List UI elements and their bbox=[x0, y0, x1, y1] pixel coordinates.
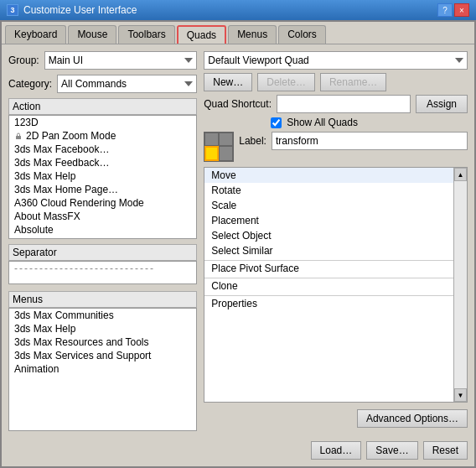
list-item[interactable]: 2D Pan Zoom Mode bbox=[9, 129, 196, 143]
tab-toolbars[interactable]: Toolbars bbox=[118, 25, 174, 44]
tab-menus[interactable]: Menus bbox=[228, 25, 277, 44]
quad-cell-tl bbox=[204, 133, 219, 146]
left-panel: Group: Main UI Category: All Commands Ac… bbox=[8, 51, 197, 431]
label-input[interactable] bbox=[272, 132, 468, 150]
scroll-track bbox=[454, 181, 467, 388]
quad-preview-row: Label: bbox=[204, 132, 468, 164]
delete-button[interactable]: Delete… bbox=[257, 73, 315, 91]
menu-item[interactable]: 3ds Max Services and Support bbox=[9, 349, 196, 362]
label-row: Label: bbox=[239, 132, 468, 150]
show-all-quads-row: Show All Quads bbox=[271, 117, 468, 128]
quad-list-item[interactable]: Select Object bbox=[204, 228, 453, 243]
scroll-up-button[interactable]: ▲ bbox=[454, 168, 467, 181]
tab-keyboard[interactable]: Keyboard bbox=[5, 25, 66, 44]
category-label: Category: bbox=[8, 78, 52, 90]
title-bar: 3 Customize User Interface ? × bbox=[0, 0, 476, 20]
tab-mouse[interactable]: Mouse bbox=[68, 25, 116, 44]
quad-cell-bl bbox=[204, 146, 219, 161]
load-button[interactable]: Load… bbox=[311, 441, 362, 460]
svg-rect-0 bbox=[16, 136, 21, 139]
quad-list-item[interactable]: Placement bbox=[204, 213, 453, 228]
group-dropdown[interactable]: Main UI bbox=[44, 51, 198, 70]
viewport-row: Default Viewport Quad bbox=[204, 51, 468, 70]
list-item[interactable]: About MassFX bbox=[9, 210, 196, 223]
action-list[interactable]: 123D 2D Pan Zoom Mode 3ds Max Facebook… … bbox=[8, 115, 197, 239]
list-item[interactable]: Absolute bbox=[9, 223, 196, 237]
quad-scrollbar[interactable]: ▲ ▼ bbox=[453, 168, 467, 402]
shortcut-input[interactable] bbox=[277, 95, 411, 113]
action-section: Action 123D 2D Pan Zoom Mode 3ds Max Fac… bbox=[8, 98, 197, 239]
menus-header: Menus bbox=[8, 291, 197, 308]
advanced-options-button[interactable]: Advanced Options… bbox=[357, 409, 468, 428]
close-button[interactable]: × bbox=[454, 3, 469, 17]
separator-section: Separator ---------------------------- bbox=[8, 244, 197, 286]
list-item[interactable]: A360 Cloud Rendering Mode bbox=[9, 196, 196, 210]
shortcut-label: Quad Shortcut: bbox=[204, 98, 272, 110]
lock-icon bbox=[14, 132, 23, 140]
menus-section: Menus 3ds Max Communities 3ds Max Help 3… bbox=[8, 291, 197, 432]
separator-header: Separator bbox=[8, 244, 197, 261]
footer-row: Load… Save… Reset bbox=[2, 438, 474, 466]
tab-bar: Keyboard Mouse Toolbars Quads Menus Colo… bbox=[2, 22, 474, 44]
label-field-label: Label: bbox=[239, 135, 266, 147]
list-item[interactable]: 123D bbox=[9, 116, 196, 129]
list-item[interactable]: 3ds Max Help bbox=[9, 169, 196, 183]
category-dropdown[interactable]: All Commands bbox=[57, 75, 197, 93]
quad-list-container: Move Rotate Scale Placement Select Objec… bbox=[204, 167, 468, 403]
show-all-quads-checkbox[interactable] bbox=[271, 117, 282, 128]
group-label: Group: bbox=[8, 55, 39, 66]
menu-item[interactable]: 3ds Max Resources and Tools bbox=[9, 335, 196, 349]
menu-item[interactable]: 3ds Max Communities bbox=[9, 309, 196, 322]
menu-item[interactable]: Animation bbox=[9, 362, 196, 376]
show-all-quads-label: Show All Quads bbox=[287, 117, 358, 128]
quad-list-item[interactable]: Scale bbox=[204, 198, 453, 213]
menu-item[interactable]: 3ds Max Help bbox=[9, 322, 196, 335]
advanced-row: Advanced Options… bbox=[204, 406, 468, 431]
quad-list-item[interactable]: Place Pivot Surface bbox=[204, 260, 453, 276]
group-row: Group: Main UI bbox=[8, 51, 197, 70]
quad-list-item[interactable]: Rotate bbox=[204, 183, 453, 198]
quad-list-item[interactable]: Properties bbox=[204, 295, 453, 311]
quad-icon bbox=[204, 132, 235, 164]
tab-colors[interactable]: Colors bbox=[278, 25, 326, 44]
new-button[interactable]: New… bbox=[204, 73, 252, 91]
action-header: Action bbox=[8, 98, 197, 115]
quad-list[interactable]: Move Rotate Scale Placement Select Objec… bbox=[204, 168, 453, 402]
separator-item: ---------------------------- bbox=[9, 262, 196, 275]
help-button[interactable]: ? bbox=[437, 3, 453, 17]
viewport-dropdown[interactable]: Default Viewport Quad bbox=[204, 51, 468, 70]
quad-list-item[interactable]: Select Similar bbox=[204, 243, 453, 258]
list-item[interactable]: 3ds Max Home Page… bbox=[9, 183, 196, 196]
separator-list[interactable]: ---------------------------- bbox=[8, 261, 197, 284]
list-item[interactable]: Activate Grid (Context) bbox=[9, 237, 196, 239]
window-title: Customize User Interface bbox=[23, 4, 137, 16]
save-button[interactable]: Save… bbox=[366, 441, 417, 460]
rename-button[interactable]: Rename… bbox=[320, 73, 386, 91]
category-row: Category: All Commands bbox=[8, 75, 197, 93]
tab-quads[interactable]: Quads bbox=[177, 25, 226, 44]
reset-button[interactable]: Reset bbox=[423, 441, 468, 460]
shortcut-row: Quad Shortcut: Assign bbox=[204, 95, 468, 113]
assign-button[interactable]: Assign bbox=[416, 95, 468, 113]
quad-cell-br bbox=[219, 146, 233, 161]
list-item[interactable]: 3ds Max Facebook… bbox=[9, 143, 196, 156]
right-panel: Default Viewport Quad New… Delete… Renam… bbox=[204, 51, 468, 431]
main-window: Keyboard Mouse Toolbars Quads Menus Colo… bbox=[0, 20, 476, 468]
scroll-down-button[interactable]: ▼ bbox=[454, 388, 467, 402]
list-item[interactable]: 3ds Max Feedback… bbox=[9, 156, 196, 169]
ndr-row: New… Delete… Rename… bbox=[204, 73, 468, 91]
quad-list-item[interactable]: Clone bbox=[204, 278, 453, 294]
quad-list-item[interactable]: Move bbox=[204, 168, 453, 183]
app-icon: 3 bbox=[7, 4, 18, 16]
menus-list[interactable]: 3ds Max Communities 3ds Max Help 3ds Max… bbox=[8, 308, 197, 432]
quad-cell-tr bbox=[219, 133, 233, 146]
